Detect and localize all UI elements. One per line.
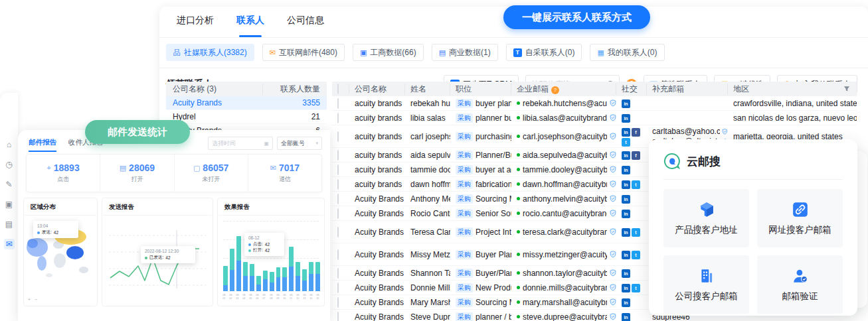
- shield-icon[interactable]: [610, 210, 616, 217]
- twitter-icon[interactable]: t: [632, 284, 640, 292]
- linkedin-icon[interactable]: in: [622, 210, 630, 218]
- twitter-icon[interactable]: t: [622, 138, 630, 147]
- company-name-header[interactable]: 公司名称 (3): [166, 84, 263, 95]
- shield-icon[interactable]: [610, 269, 616, 277]
- header-position[interactable]: 职位: [450, 84, 511, 95]
- mail-icon[interactable]: ✉: [4, 239, 15, 249]
- table-row[interactable]: acuity brands libia salas 采购 planner buy…: [332, 111, 857, 125]
- home-icon[interactable]: ⌂: [4, 139, 15, 150]
- shield-icon[interactable]: [610, 114, 616, 121]
- row-select-cell[interactable]: [332, 165, 349, 174]
- row-select-cell[interactable]: [332, 113, 349, 123]
- email-text[interactable]: rebekah.hutchens@acuitybrands.com: [523, 99, 607, 108]
- tab-进口分析[interactable]: 进口分析: [177, 15, 214, 37]
- shield-icon[interactable]: [610, 166, 616, 173]
- cloud-card-网址搜客户邮箱[interactable]: 网址搜客户邮箱: [757, 189, 843, 247]
- filter-chip[interactable]: ✉互联网邮件(480): [262, 44, 345, 61]
- row-select-cell[interactable]: [332, 283, 349, 292]
- linkedin-icon[interactable]: in: [622, 151, 630, 160]
- shield-icon[interactable]: [610, 133, 616, 140]
- shield-icon[interactable]: [610, 151, 616, 159]
- company-row-name[interactable]: Acuity Brands: [166, 98, 263, 107]
- row-checkbox[interactable]: [337, 179, 339, 190]
- row-select-cell[interactable]: [332, 269, 349, 278]
- email-help-icon[interactable]: ?: [551, 86, 559, 94]
- row-select-cell[interactable]: [332, 132, 349, 141]
- row-checkbox[interactable]: [337, 131, 339, 142]
- shield-icon[interactable]: [610, 133, 616, 140]
- twitter-icon[interactable]: t: [632, 228, 640, 237]
- filter-chip[interactable]: ▤商业数据(1): [432, 44, 498, 61]
- linkedin-icon[interactable]: in: [622, 228, 630, 237]
- clock-icon[interactable]: ◷: [4, 159, 15, 170]
- row-checkbox[interactable]: [337, 150, 339, 160]
- select-all-cell[interactable]: [332, 84, 349, 94]
- header-social[interactable]: 社交: [616, 84, 647, 95]
- row-select-cell[interactable]: [332, 312, 349, 321]
- row-select-cell[interactable]: [332, 99, 349, 108]
- twitter-icon[interactable]: t: [632, 180, 640, 189]
- linkedin-icon[interactable]: in: [622, 195, 630, 204]
- shield-icon[interactable]: [610, 228, 616, 235]
- account-select[interactable]: 全部账号 ▾: [277, 137, 322, 150]
- mail-tab[interactable]: 邮件报告: [29, 138, 56, 152]
- row-checkbox[interactable]: [337, 164, 339, 175]
- header-extra-email[interactable]: 补充邮箱: [647, 84, 728, 95]
- company-row[interactable]: Hydrel 21: [166, 110, 327, 124]
- email-text[interactable]: aida.sepulveda@acuitybrands.com: [523, 151, 607, 160]
- contact-count-header[interactable]: 联系人数量: [263, 84, 327, 95]
- facebook-icon[interactable]: f: [632, 128, 640, 137]
- email-text[interactable]: missy.metzinger@acuitybrands.com: [523, 250, 607, 259]
- briefcase-icon[interactable]: ▣: [4, 199, 15, 210]
- header-company[interactable]: 公司名称: [349, 84, 405, 95]
- row-checkbox[interactable]: [337, 113, 339, 123]
- row-checkbox[interactable]: [337, 283, 339, 293]
- shield-icon[interactable]: [610, 195, 616, 202]
- linkedin-icon[interactable]: in: [622, 180, 630, 189]
- linkedin-icon[interactable]: in: [622, 99, 630, 108]
- row-select-cell[interactable]: [332, 209, 349, 218]
- select-all-checkbox[interactable]: [337, 84, 339, 94]
- shield-icon[interactable]: [610, 298, 616, 306]
- filter-chip[interactable]: ▦我的联系人(0): [590, 44, 664, 61]
- header-region[interactable]: 地区: [728, 84, 857, 95]
- compose-icon[interactable]: ✎: [4, 179, 15, 190]
- shield-icon[interactable]: [610, 195, 616, 202]
- linkedin-icon[interactable]: in: [622, 284, 630, 292]
- shield-icon[interactable]: [610, 269, 616, 277]
- cloud-card-产品搜客户地址[interactable]: 产品搜客户地址: [663, 189, 749, 247]
- shield-icon[interactable]: [610, 114, 616, 121]
- linkedin-icon[interactable]: in: [622, 251, 630, 259]
- linkedin-icon[interactable]: in: [622, 298, 630, 307]
- company-row[interactable]: Acuity Brands 3355: [166, 96, 327, 110]
- map-zoom-control[interactable]: + −: [28, 297, 39, 302]
- row-checkbox[interactable]: [337, 312, 339, 321]
- cloud-card-公司搜客户邮箱[interactable]: 公司搜客户邮箱: [663, 255, 749, 314]
- shield-icon[interactable]: [610, 99, 616, 107]
- row-select-cell[interactable]: [332, 298, 349, 307]
- region-filter-icon[interactable]: [843, 86, 850, 92]
- shield-icon[interactable]: [610, 99, 616, 107]
- filter-chip[interactable]: T自采联系人(0): [506, 44, 582, 61]
- email-text[interactable]: dawn.hoffman@acuitybrands.com: [523, 180, 607, 189]
- linkedin-icon[interactable]: in: [622, 313, 630, 321]
- row-checkbox[interactable]: [337, 208, 339, 219]
- tab-联系人[interactable]: 联系人: [236, 15, 264, 37]
- table-row[interactable]: acuity brands rebekah hutchens 采购 buyer …: [332, 96, 857, 111]
- shield-icon[interactable]: [610, 180, 616, 188]
- facebook-icon[interactable]: f: [632, 151, 640, 160]
- email-text[interactable]: shannon.taylor@acuitybrands.com: [523, 269, 607, 278]
- row-select-cell[interactable]: [332, 180, 349, 189]
- shield-icon[interactable]: [610, 298, 616, 306]
- shield-icon[interactable]: [610, 228, 616, 235]
- shield-icon[interactable]: [610, 210, 616, 217]
- filter-chip[interactable]: ▣工商数据(66): [353, 44, 424, 61]
- email-text[interactable]: libia.salas@acuitybrands.com: [523, 113, 607, 123]
- row-checkbox[interactable]: [337, 249, 339, 260]
- shield-icon[interactable]: [610, 251, 616, 258]
- tab-公司信息[interactable]: 公司信息: [287, 15, 324, 37]
- email-text[interactable]: mary.marshall@acuitybrands.com: [523, 298, 607, 307]
- email-text[interactable]: teresa.clark@acuitybrands.com: [523, 227, 607, 237]
- twitter-icon[interactable]: t: [632, 251, 640, 259]
- row-checkbox[interactable]: [337, 268, 339, 279]
